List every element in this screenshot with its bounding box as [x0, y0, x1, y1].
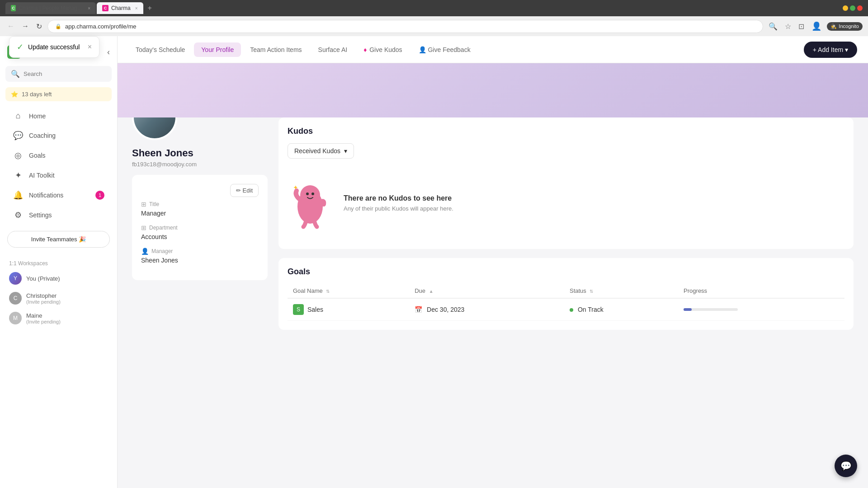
- col-goal-name-label: Goal Name: [293, 287, 323, 294]
- col-due-label: Due: [415, 287, 425, 294]
- search-bar[interactable]: 🔍: [5, 66, 112, 82]
- extension-btn-1[interactable]: 🔍: [767, 20, 779, 33]
- tab-team-action-items[interactable]: Team Action Items: [243, 42, 309, 57]
- sidebar-item-goals[interactable]: ◎ Goals: [4, 146, 113, 165]
- workspace-item-maine[interactable]: M Maine (Invite pending): [0, 308, 117, 328]
- sort-icon-goal-name: ⇅: [326, 289, 330, 294]
- trial-badge: ⭐ 13 days left: [5, 87, 112, 101]
- sidebar-item-notifications[interactable]: 🔔 Notifications 1: [4, 186, 113, 205]
- svg-point-1: [300, 185, 320, 205]
- sidebar-item-coaching[interactable]: 💬 Coaching: [4, 126, 113, 145]
- tab-close-1[interactable]: ×: [88, 6, 90, 11]
- progress-bar-container-sales: [684, 308, 738, 311]
- col-header-progress: Progress: [678, 284, 844, 298]
- tab-label-2: Charma: [111, 5, 131, 11]
- goals-icon: ◎: [13, 150, 24, 160]
- col-progress-label: Progress: [684, 287, 707, 294]
- back-button[interactable]: ←: [5, 20, 16, 32]
- progress-bar-fill-sales: [684, 308, 692, 311]
- home-icon: ⌂: [13, 111, 24, 121]
- tab-give-feedback[interactable]: 👤 Give Feedback: [411, 42, 478, 57]
- calendar-icon: 📅: [415, 306, 422, 313]
- sidebar-item-label-settings: Settings: [29, 211, 52, 219]
- app-layout: C CHARMA ‹ 🔍 ⭐ 13 days left ⌂ Home 💬 Coa…: [0, 36, 868, 488]
- tab-close-2[interactable]: ×: [135, 6, 138, 11]
- kudos-dropdown-label: Received Kudos: [294, 147, 340, 155]
- incognito-badge: 🕵 Incognito: [827, 22, 863, 31]
- sidebar-toggle-button[interactable]: ‹: [107, 47, 110, 57]
- svg-point-3: [311, 192, 314, 195]
- account-btn[interactable]: 👤: [810, 19, 823, 33]
- goal-icon-sales: S: [293, 304, 304, 315]
- manager-value: Sheen Jones: [141, 257, 259, 264]
- workspace-sub-christopher: (Invite pending): [26, 299, 61, 305]
- toast-success-icon: ✓: [17, 42, 24, 52]
- manager-field-icon: 👤: [141, 248, 149, 255]
- sidebar-item-label-coaching: Coaching: [29, 132, 56, 139]
- profile-body: Sheen Jones fb193c18@moodjoy.com ✏ Edit …: [118, 117, 868, 344]
- goal-due-cell: 📅 Dec 30, 2023: [409, 298, 564, 321]
- star-icon: ⭐: [11, 91, 18, 98]
- profile-content: Sheen Jones fb193c18@moodjoy.com ✏ Edit …: [118, 63, 868, 488]
- search-input[interactable]: [24, 70, 106, 77]
- avatar-you: Y: [9, 272, 22, 285]
- add-item-button[interactable]: + Add Item ▾: [804, 42, 857, 58]
- bookmark-btn[interactable]: ☆: [783, 20, 793, 33]
- col-header-due[interactable]: Due ▲: [409, 284, 564, 298]
- window-close[interactable]: [857, 5, 863, 11]
- profile-header-banner: [118, 63, 868, 117]
- kudos-section: Kudos Received Kudos ▾: [278, 117, 854, 249]
- kudos-empty-title: There are no Kudos to see here: [344, 194, 453, 202]
- window-maximize[interactable]: [850, 5, 855, 11]
- workspace-section-label: 1:1 Workspaces: [0, 257, 117, 268]
- kudos-dropdown[interactable]: Received Kudos ▾: [288, 143, 354, 159]
- sidebar-item-label-notifications: Notifications: [29, 192, 63, 199]
- col-status-label: Status: [570, 287, 586, 294]
- reload-button[interactable]: ↻: [34, 20, 44, 33]
- sidebar-item-ai-toolkit[interactable]: ✦ AI Toolkit: [4, 166, 113, 185]
- col-header-status[interactable]: Status ⇅: [564, 284, 678, 298]
- tab-surface-ai[interactable]: Surface AI: [311, 42, 355, 57]
- sidebar-item-settings[interactable]: ⚙ Settings: [4, 206, 113, 225]
- goals-header-row: Goal Name ⇅ Due ▲ Status: [288, 284, 844, 298]
- tab-todays-schedule[interactable]: Today's Schedule: [128, 42, 192, 57]
- profile-field-department: ⊞ Department Accounts: [141, 224, 259, 240]
- notifications-badge: 1: [95, 191, 104, 200]
- ai-toolkit-icon: ✦: [13, 170, 24, 180]
- kudos-section-title: Kudos: [288, 127, 844, 136]
- tab-give-kudos[interactable]: ♦ Give Kudos: [356, 42, 409, 57]
- manager-label-text: Manager: [151, 248, 173, 254]
- settings-icon: ⚙: [13, 210, 24, 220]
- sidebar-item-label-home: Home: [29, 113, 46, 120]
- forward-button[interactable]: →: [20, 20, 31, 32]
- goals-section-title: Goals: [288, 267, 844, 277]
- tab-your-profile[interactable]: Your Profile: [194, 42, 241, 57]
- invite-teammates-button[interactable]: Invite Teammates 🎉: [7, 231, 110, 248]
- browser-tab-charma[interactable]: C Charma ×: [97, 2, 143, 14]
- toast-close-button[interactable]: ×: [88, 43, 92, 51]
- profile-field-title: ⊞ Title Manager: [141, 201, 259, 217]
- workspace-name-christopher: Christopher: [26, 292, 61, 299]
- goal-name-cell: S Sales: [288, 298, 409, 321]
- tab-give-feedback-label: Give Feedback: [428, 46, 470, 53]
- goal-name-sales: Sales: [307, 306, 323, 313]
- address-bar[interactable]: 🔒 app.charma.com/profile/me: [47, 20, 763, 33]
- sidebar-item-home[interactable]: ⌂ Home: [4, 107, 113, 125]
- workspace-info-maine: Maine (Invite pending): [26, 312, 61, 324]
- top-nav: Today's Schedule Your Profile Team Actio…: [118, 36, 868, 63]
- edit-profile-button[interactable]: ✏ Edit: [230, 184, 259, 197]
- workspace-item-christopher[interactable]: C Christopher (Invite pending): [0, 288, 117, 308]
- col-header-goal-name[interactable]: Goal Name ⇅: [288, 284, 409, 298]
- profiles-btn[interactable]: ⊡: [797, 20, 806, 33]
- goal-row-sales[interactable]: S Sales 📅 Dec 30, 2023: [288, 298, 844, 321]
- browser-extras: 🔍 ☆ ⊡ 👤 🕵 Incognito: [767, 19, 863, 33]
- goal-progress-cell: [678, 298, 844, 321]
- kudos-empty-subtitle: Any of their public Kudos will appear he…: [344, 205, 453, 212]
- new-tab-button[interactable]: +: [144, 2, 156, 14]
- browser-tab-charma-people[interactable]: C Charma | People Management S... ×: [5, 2, 96, 14]
- chevron-down-icon: ▾: [344, 147, 347, 155]
- profile-name: Sheen Jones: [132, 147, 268, 159]
- window-minimize[interactable]: [843, 5, 848, 11]
- workspace-item-you[interactable]: Y You (Private): [0, 268, 117, 288]
- support-chat-button[interactable]: 💬: [835, 455, 857, 477]
